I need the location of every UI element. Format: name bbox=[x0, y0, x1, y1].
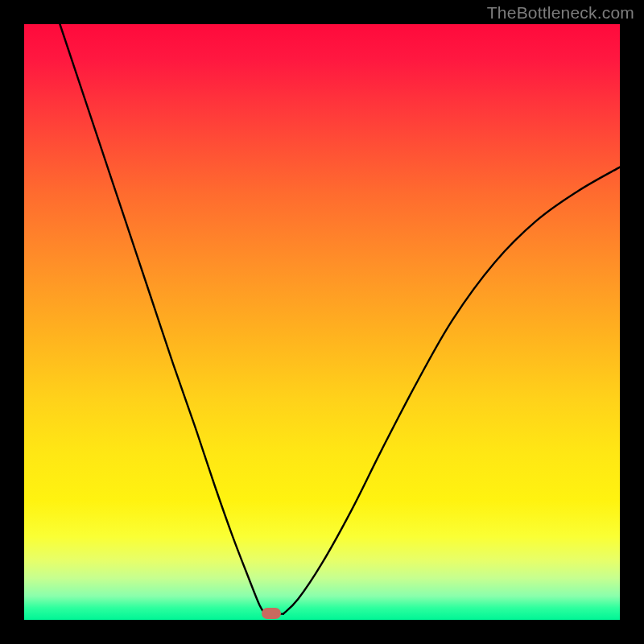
plot-area bbox=[24, 24, 620, 620]
curve-left-branch bbox=[60, 24, 265, 614]
optimal-marker bbox=[262, 608, 281, 619]
bottleneck-curve bbox=[24, 24, 620, 620]
chart-frame: TheBottleneck.com bbox=[0, 0, 644, 644]
watermark-text: TheBottleneck.com bbox=[487, 3, 634, 23]
curve-right-branch bbox=[283, 167, 620, 614]
